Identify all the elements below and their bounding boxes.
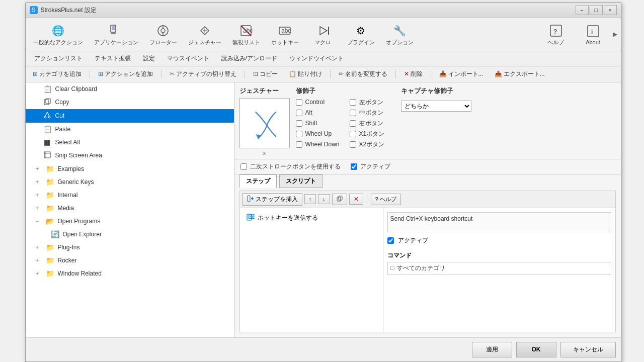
list-item-open-explorer[interactable]: 🔄 Open Explorer [26, 228, 234, 241]
menu-load-unload[interactable]: 読み込み/アンロード [216, 52, 283, 65]
secondary-stroke-label: 二次ストロークボタンを使用する [250, 162, 341, 171]
about-label: About [586, 39, 600, 45]
list-item-window-related[interactable]: + 📁 Window Related [26, 267, 234, 280]
alt-checkbox[interactable] [296, 110, 302, 116]
svg-text:i: i [591, 29, 593, 36]
toolbar-plugin[interactable]: ⚙ プラグイン [343, 20, 379, 49]
list-item-rocker[interactable]: + 📁 Rocker [26, 254, 234, 267]
close-button[interactable]: × [604, 5, 617, 15]
minimize-button[interactable]: − [576, 5, 589, 15]
toolbar-help[interactable]: ? ヘルプ [538, 20, 574, 49]
maximize-button[interactable]: □ [590, 5, 603, 15]
toolbar-option[interactable]: 🔧 オプション [381, 20, 418, 49]
list-item-select-all[interactable]: ▦ Select All [26, 136, 234, 149]
step-up-btn[interactable]: ↑ [304, 194, 316, 204]
import-btn[interactable]: 📥 インポート... [435, 68, 488, 80]
add-category-btn[interactable]: ⊞ カテゴリを追加 [29, 68, 86, 80]
delete-label: 削除 [411, 70, 423, 78]
list-item-media[interactable]: + 📁 Media [26, 202, 234, 215]
rocker-icon [155, 23, 171, 39]
toolbar-about[interactable]: i About [576, 21, 611, 48]
delete-btn[interactable]: ✕ 削除 [400, 68, 427, 80]
menu-window-event[interactable]: ウィンドウイベント [284, 52, 349, 65]
active-cut-btn[interactable]: ✂ アクティブの切り替え [166, 68, 240, 80]
list-item-plug-ins[interactable]: + 📁 Plug-Ins [26, 241, 234, 254]
detail-command-text: すべてのカテゴリ [397, 264, 445, 273]
menu-mouse-event[interactable]: マウスイベント [162, 52, 215, 65]
list-item-examples[interactable]: + 📁 Examples [26, 162, 234, 175]
list-item-copy[interactable]: Copy [26, 96, 234, 109]
wheel-up-checkbox[interactable] [296, 131, 302, 137]
gesture-canvas[interactable] [239, 98, 290, 148]
menu-action-list[interactable]: アクションリスト [29, 52, 88, 65]
x1-button-checkbox[interactable] [350, 131, 356, 137]
svg-text:?: ? [553, 28, 557, 35]
middle-button-checkbox[interactable] [350, 110, 356, 116]
copy-list-icon [43, 98, 51, 107]
apps-icon [108, 23, 124, 39]
rename-icon: ✏ [339, 70, 344, 77]
sidebar-scroll-area: 📋 Clear Clipboard Copy [26, 82, 234, 337]
menu-text-expand[interactable]: テキスト拡張 [89, 52, 136, 65]
examples-folder-icon: 📁 [46, 165, 54, 173]
left-button-checkbox[interactable] [350, 99, 356, 106]
toolbar-apps[interactable]: アプリケーション [90, 20, 143, 49]
add-action-btn[interactable]: ⊞ アクションを追加 [94, 68, 157, 80]
list-item-internal[interactable]: + 📁 Internal [26, 189, 234, 202]
right-button-checkbox[interactable] [350, 120, 356, 127]
list-item-generic-keys[interactable]: + 📁 Generic Keys [26, 175, 234, 189]
toolbar-rocker[interactable]: フローター [145, 20, 182, 49]
detail-command-title: コマンド [387, 251, 611, 260]
step-down-btn[interactable]: ↓ [318, 194, 330, 204]
step-copy-btn[interactable] [332, 194, 347, 205]
toolbar-gesture[interactable]: ジェスチャー [184, 20, 226, 49]
list-item-cut[interactable]: Cut [26, 109, 234, 123]
stroke-active-row: 二次ストロークボタンを使用する アクティブ [234, 159, 621, 174]
list-item-clear-clipboard[interactable]: 📋 Clear Clipboard [26, 82, 234, 96]
toolbar-more[interactable]: ▶ [613, 31, 618, 38]
rocker-label: フローター [149, 39, 177, 46]
rocker-expand-icon: + [36, 257, 42, 264]
detail-command-value: □ すべてのカテゴリ [387, 262, 611, 275]
list-item-snip[interactable]: Snip Screen Area [26, 149, 234, 162]
window-related-folder-icon: 📁 [46, 269, 54, 278]
step-help-btn[interactable]: ? ヘルプ [371, 194, 401, 205]
step-item-icon: ⌨ [247, 213, 255, 223]
step-delete-icon: ✕ [354, 196, 359, 203]
cancel-button[interactable]: キャンセル [560, 342, 616, 357]
import-label: インポート... [448, 70, 484, 78]
x2-button-checkbox[interactable] [350, 141, 356, 148]
sidebar-list[interactable]: 📋 Clear Clipboard Copy [26, 82, 234, 337]
list-item-paste[interactable]: 📋 Paste [26, 123, 234, 136]
add-action-label: アクションを追加 [105, 70, 153, 78]
copy-btn[interactable]: ⊡ コピー [249, 68, 282, 80]
toolbar-general[interactable]: 🌐 一般的なアクション [29, 20, 88, 49]
tab-script[interactable]: スクリプト [279, 174, 323, 188]
secondary-stroke-checkbox[interactable] [240, 163, 247, 170]
apps-label: アプリケーション [94, 39, 138, 46]
paste-btn[interactable]: 📋 貼り付け [285, 68, 326, 80]
modifier-wheel-up: Wheel Up [296, 130, 340, 138]
capture-select[interactable]: どちらか 左のみ 右のみ [401, 101, 471, 112]
wheel-down-checkbox[interactable] [296, 141, 302, 148]
content-area: ジェスチャー [234, 82, 621, 337]
wheel-down-label: Wheel Down [305, 141, 340, 148]
toolbar-hotkey[interactable]: abc ホットキー [267, 20, 303, 49]
toolbar-blacklist[interactable]: abc 無視リスト [228, 20, 265, 49]
apply-button[interactable]: 適用 [472, 342, 512, 357]
control-checkbox[interactable] [296, 99, 302, 106]
active-checkbox[interactable] [351, 163, 357, 170]
rename-btn[interactable]: ✏ 名前を変更する [335, 68, 391, 80]
plugin-icon: ⚙ [353, 23, 369, 39]
toolbar-macro[interactable]: マクロ [305, 20, 341, 49]
ok-button[interactable]: OK [516, 342, 556, 357]
step-delete-btn[interactable]: ✕ [349, 194, 363, 205]
list-item-open-programs[interactable]: − 📂 Open Programs [26, 215, 234, 228]
step-list-item[interactable]: ⌨ ホットキーを送信する [243, 211, 380, 225]
tab-steps[interactable]: ステップ [239, 174, 277, 188]
insert-step-btn[interactable]: ステップを挿入 [243, 193, 302, 206]
menu-settings[interactable]: 設定 [137, 52, 160, 65]
detail-active-checkbox[interactable] [387, 237, 394, 244]
shift-checkbox[interactable] [296, 120, 302, 127]
export-btn[interactable]: 📤 エクスポート... [491, 68, 549, 80]
